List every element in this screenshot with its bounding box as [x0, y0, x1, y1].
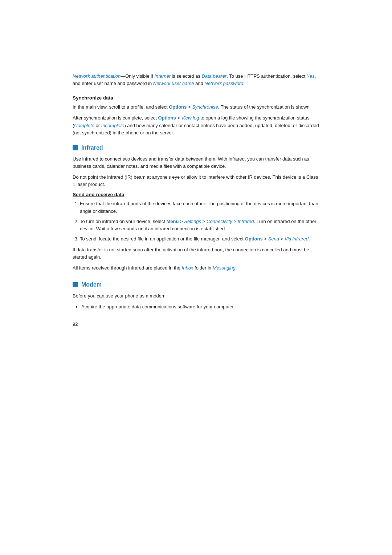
step-3-mid1: > — [263, 236, 268, 242]
infrared-title: Infrared — [81, 145, 103, 151]
step-3-options: Options — [245, 236, 263, 242]
intro-text-6: . — [243, 81, 245, 86]
infrared-para3: If data transfer is not started soon aft… — [73, 246, 319, 261]
network-auth-link: Network authentication — [73, 73, 121, 79]
intro-text-3: . To use HTTPS authentication, select — [226, 73, 307, 79]
step-2-menu: Menu — [166, 219, 179, 224]
infrared-para4-mid: folder in — [193, 265, 212, 271]
infrared-icon — [73, 145, 78, 150]
step-2-infrared: Infrared — [238, 219, 254, 224]
infrared-para2: Do not point the infrared (IR) beam at a… — [73, 174, 319, 188]
step-2-connectivity: Connectivity — [207, 219, 232, 224]
modem-icon — [73, 282, 78, 287]
modem-intro: Before you can use your phone as a modem… — [73, 292, 319, 300]
sync-para1: In the main view, scroll to a profile, a… — [73, 104, 319, 111]
step-3: To send, locate the desired file in an a… — [80, 235, 319, 243]
intro-paragraph: Network authentication—Only visible if I… — [73, 73, 319, 87]
intro-block: Network authentication—Only visible if I… — [73, 73, 319, 87]
step-2-prefix: To turn on infrared on your device, sele… — [80, 219, 166, 224]
sync-options-1: Options — [169, 104, 187, 110]
complete-link: Complete — [74, 123, 94, 128]
step-2-mid3: > — [232, 219, 238, 224]
step-2-settings: Settings — [184, 219, 201, 224]
synchronize-heading: Synchronize data — [73, 95, 319, 101]
intro-text-5: and — [194, 81, 205, 86]
messaging-link: Messaging — [213, 265, 236, 271]
sync-para2-mid: > — [176, 115, 181, 121]
modem-chapter: Modem Before you can use your phone as a… — [73, 281, 319, 311]
sync-options-2: Options — [158, 115, 176, 121]
send-receive-heading: Send and receive data — [73, 192, 319, 197]
view-log-link: View log — [181, 115, 199, 121]
synchronise-link: Synchronise — [192, 104, 218, 110]
modem-bullet-1: Acquire the appropriate data communicati… — [81, 303, 319, 311]
infrared-para4-suffix: . — [236, 265, 237, 271]
data-bearer-link: Data bearer — [202, 73, 227, 79]
step-1-text: Ensure that the infrared ports of the de… — [80, 201, 318, 214]
intro-text-2: is selected as — [171, 73, 202, 79]
infrared-heading-container: Infrared — [73, 145, 319, 151]
sync-para1-suffix: . The status of the synchronization is s… — [218, 104, 311, 110]
sync-para2: After synchronization is complete, selec… — [73, 114, 319, 136]
yes-link: Yes — [307, 73, 315, 79]
infrared-para4-prefix: All items received through infrared are … — [73, 265, 182, 271]
inbox-link: Inbox — [182, 265, 193, 271]
step-2: To turn on infrared on your device, sele… — [80, 218, 319, 232]
page-number: 92 — [73, 321, 319, 327]
network-password-link: Network password — [205, 81, 244, 86]
infrared-para4: All items received through infrared are … — [73, 264, 319, 272]
step-2-mid2: > — [201, 219, 207, 224]
synchronize-section: Synchronize data In the main view, scrol… — [73, 95, 319, 137]
intro-text-1: —Only visible if — [121, 73, 154, 79]
modem-bullets: Acquire the appropriate data communicati… — [81, 303, 319, 311]
step-3-prefix: To send, locate the desired file in an a… — [80, 236, 245, 242]
step-3-mid2: > — [279, 236, 285, 242]
incomplete-link: Incomplete — [101, 123, 124, 128]
step-1: Ensure that the infrared ports of the de… — [80, 200, 319, 215]
infrared-para1: Use infrared to connect two devices and … — [73, 155, 319, 170]
infrared-chapter: Infrared Use infrared to connect two dev… — [73, 145, 319, 272]
internet-link: Internet — [154, 73, 170, 79]
network-username-link: Network user name — [153, 81, 194, 86]
modem-title: Modem — [81, 281, 102, 288]
send-receive-steps: Ensure that the infrared ports of the de… — [80, 200, 319, 243]
modem-heading-container: Modem — [73, 281, 319, 288]
sync-para1-prefix: In the main view, scroll to a profile, a… — [73, 104, 169, 110]
step-2-mid1: > — [179, 219, 184, 224]
sync-para1-mid: > — [187, 104, 192, 110]
sync-para2-prefix: After synchronization is complete, selec… — [73, 115, 158, 121]
step-3-send: Send — [268, 236, 279, 242]
step-3-via-infrared: Via infrared — [285, 236, 309, 242]
page-content: Network authentication—Only visible if I… — [0, 0, 392, 555]
step-3-suffix: . — [309, 236, 310, 242]
sync-para2-or: or — [94, 123, 101, 128]
